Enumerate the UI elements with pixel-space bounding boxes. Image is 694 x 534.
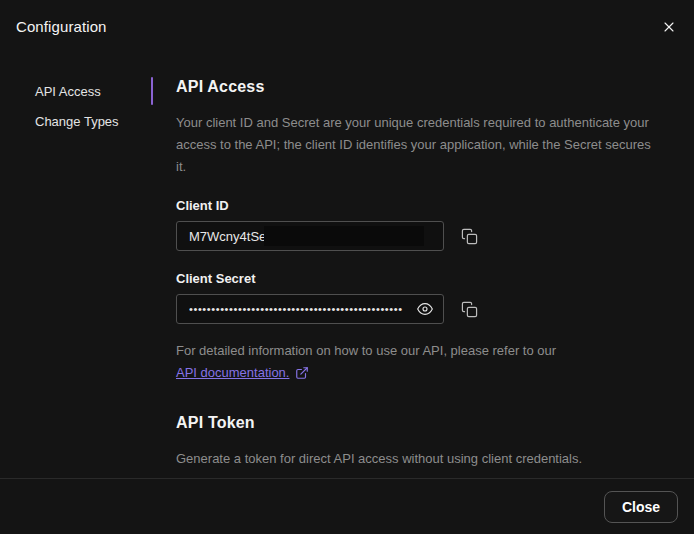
client-id-input[interactable] xyxy=(176,221,444,251)
api-token-heading: API Token xyxy=(176,414,664,432)
close-button[interactable] xyxy=(656,14,682,40)
configuration-dialog: { "dialog": { "title": "Configuration" }… xyxy=(0,0,694,534)
sidebar-item-label: API Access xyxy=(35,84,101,99)
dialog-body: API Access Change Types API Access Your … xyxy=(0,76,694,478)
copy-client-id-button[interactable] xyxy=(458,225,480,247)
client-secret-row xyxy=(176,294,664,324)
client-id-row xyxy=(176,221,664,251)
client-secret-label: Client Secret xyxy=(176,271,664,286)
close-dialog-button[interactable]: Close xyxy=(604,491,678,523)
sidebar-item-change-types[interactable]: Change Types xyxy=(0,106,153,136)
copy-icon xyxy=(461,301,478,318)
sidebar-item-label: Change Types xyxy=(35,114,119,129)
external-link-icon xyxy=(295,366,309,380)
client-secret-input[interactable] xyxy=(176,294,444,324)
api-token-description: Generate a token for direct API access w… xyxy=(176,448,664,470)
main-content: API Access Your client ID and Secret are… xyxy=(153,76,694,478)
docs-note: For detailed information on how to use o… xyxy=(176,340,664,384)
copy-icon xyxy=(461,228,478,245)
close-icon xyxy=(661,19,677,35)
sidebar: API Access Change Types xyxy=(0,76,153,478)
toggle-secret-visibility-button[interactable] xyxy=(414,298,436,320)
eye-icon xyxy=(417,301,433,317)
copy-client-secret-button[interactable] xyxy=(458,298,480,320)
dialog-title: Configuration xyxy=(16,18,678,35)
sidebar-item-api-access[interactable]: API Access xyxy=(0,76,153,106)
dialog-header: Configuration xyxy=(0,0,694,42)
client-id-label: Client ID xyxy=(176,198,664,213)
api-documentation-link[interactable]: API documentation. xyxy=(176,362,309,384)
client-id-field-wrap xyxy=(176,221,444,251)
api-access-heading: API Access xyxy=(176,78,664,96)
client-secret-field-wrap xyxy=(176,294,444,324)
api-documentation-link-label: API documentation. xyxy=(176,362,289,384)
docs-note-text: For detailed information on how to use o… xyxy=(176,343,556,358)
dialog-footer: Close xyxy=(0,478,694,534)
api-access-description: Your client ID and Secret are your uniqu… xyxy=(176,112,664,178)
